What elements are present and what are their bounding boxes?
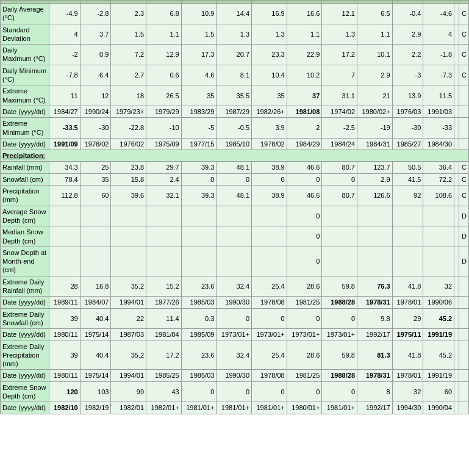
row-label: Extreme Daily Snowfall (cm) bbox=[1, 308, 49, 329]
cell: 1983/29 bbox=[181, 106, 217, 117]
cell: 1980/02+ bbox=[357, 106, 393, 117]
cell: 1990/24 bbox=[80, 106, 111, 117]
cell: 2.4 bbox=[146, 173, 182, 185]
cell: 0 bbox=[217, 173, 252, 185]
cell: 0 bbox=[287, 173, 322, 185]
cell: 80.7 bbox=[322, 186, 357, 206]
cell bbox=[322, 226, 357, 247]
cell: 1981/08 bbox=[287, 106, 322, 117]
cell bbox=[49, 247, 81, 276]
cell bbox=[454, 402, 459, 414]
cell: -2.5 bbox=[322, 118, 357, 139]
cell: 80.7 bbox=[322, 162, 357, 173]
table-row: Extreme Daily Snowfall (cm)3940.42211.40… bbox=[1, 308, 469, 329]
cell: 1985/03 bbox=[181, 370, 217, 381]
cell: 16.9 bbox=[252, 4, 287, 24]
cell: -5 bbox=[181, 118, 217, 139]
cell: 21 bbox=[357, 85, 393, 106]
table-row: Extreme Daily Precipitation (mm)3940.435… bbox=[1, 341, 469, 370]
cell: 1.1 bbox=[287, 24, 322, 45]
cell: 60 bbox=[423, 381, 454, 402]
cell bbox=[80, 206, 111, 226]
cell: 35 bbox=[80, 173, 111, 185]
table-row: Precipitation (mm)112.86039.632.139.348.… bbox=[1, 186, 469, 206]
row-label: Date (yyyy/dd) bbox=[1, 402, 49, 414]
cell: 72.2 bbox=[423, 173, 454, 185]
table-row: Daily Maximum (°C)-20.97.212.917.320.723… bbox=[1, 45, 469, 65]
cell: 1985/27 bbox=[392, 138, 423, 150]
cell: 29 bbox=[392, 308, 423, 329]
cell bbox=[322, 206, 357, 226]
cell bbox=[217, 247, 252, 276]
cell: 11.5 bbox=[423, 85, 454, 106]
cell: 0 bbox=[322, 173, 357, 185]
cell: 28.6 bbox=[287, 341, 322, 370]
cell: 35 bbox=[181, 85, 217, 106]
cell: 1991/03 bbox=[423, 106, 454, 117]
cell bbox=[146, 206, 182, 226]
cell: 11.4 bbox=[146, 308, 182, 329]
cell: 1978/08 bbox=[252, 370, 287, 381]
table-row: Median Snow Depth (cm)0D bbox=[1, 226, 469, 247]
cell: 0 bbox=[287, 206, 322, 226]
table-row: Precipitation: bbox=[1, 150, 469, 162]
cell: 23.6 bbox=[181, 341, 217, 370]
cell: 1987/03 bbox=[111, 329, 146, 341]
cell: 81.3 bbox=[357, 341, 393, 370]
cell bbox=[459, 329, 468, 341]
cell bbox=[111, 206, 146, 226]
table-row: Extreme Snow Depth (cm)12010399430000083… bbox=[1, 381, 469, 402]
cell: 25 bbox=[80, 162, 111, 173]
cell: 1984/24 bbox=[322, 138, 357, 150]
row-label: Standard Deviation bbox=[1, 24, 49, 45]
cell: 32.4 bbox=[217, 341, 252, 370]
row-label: Date (yyyy/dd) bbox=[1, 329, 49, 341]
cell: 1994/01 bbox=[111, 297, 146, 308]
cell: 35.2 bbox=[111, 276, 146, 297]
cell bbox=[459, 138, 468, 150]
cell: 25.4 bbox=[252, 276, 287, 297]
cell: -4.9 bbox=[49, 4, 81, 24]
cell: 40.4 bbox=[80, 341, 111, 370]
table-row: Standard Deviation43.71.51.11.51.31.31.1… bbox=[1, 24, 469, 45]
cell: 1975/14 bbox=[80, 329, 111, 341]
row-label: Snowfall (cm) bbox=[1, 173, 49, 185]
cell bbox=[217, 226, 252, 247]
cell: 23.3 bbox=[252, 45, 287, 65]
cell: 0 bbox=[287, 381, 322, 402]
cell: 103 bbox=[80, 381, 111, 402]
row-label: Extreme Daily Precipitation (mm) bbox=[1, 341, 49, 370]
cell: 20.7 bbox=[217, 45, 252, 65]
cell: 1975/11 bbox=[392, 329, 423, 341]
cell: -10 bbox=[146, 118, 182, 139]
cell bbox=[459, 85, 468, 106]
cell: 99 bbox=[111, 381, 146, 402]
cell: 1990/30 bbox=[217, 370, 252, 381]
cell: D bbox=[459, 247, 468, 276]
cell bbox=[357, 206, 393, 226]
cell: 1.5 bbox=[111, 24, 146, 45]
cell: 37 bbox=[287, 85, 322, 106]
cell: 0 bbox=[322, 308, 357, 329]
table-row: Date (yyyy/dd)1989/111984/071994/011977/… bbox=[1, 297, 469, 308]
cell bbox=[459, 118, 468, 139]
cell bbox=[454, 341, 459, 370]
table-row: Rainfall (mm)34.32523.829.739.348.138.94… bbox=[1, 162, 469, 173]
cell: 1988/28 bbox=[322, 297, 357, 308]
table-row: Extreme Minimum (°C)-33.5-30-22.8-10-5-0… bbox=[1, 118, 469, 139]
cell: C bbox=[459, 186, 468, 206]
cell bbox=[454, 118, 459, 139]
cell: 1984/30 bbox=[423, 138, 454, 150]
cell: 25.4 bbox=[252, 341, 287, 370]
cell bbox=[252, 247, 287, 276]
cell: 23.6 bbox=[181, 276, 217, 297]
cell: 60 bbox=[80, 186, 111, 206]
cell: 35.2 bbox=[111, 341, 146, 370]
cell: 76.3 bbox=[357, 276, 393, 297]
cell bbox=[423, 247, 454, 276]
cell: 2.3 bbox=[111, 4, 146, 24]
cell bbox=[252, 206, 287, 226]
cell: D bbox=[459, 206, 468, 226]
cell bbox=[392, 226, 423, 247]
row-label: Rainfall (mm) bbox=[1, 162, 49, 173]
